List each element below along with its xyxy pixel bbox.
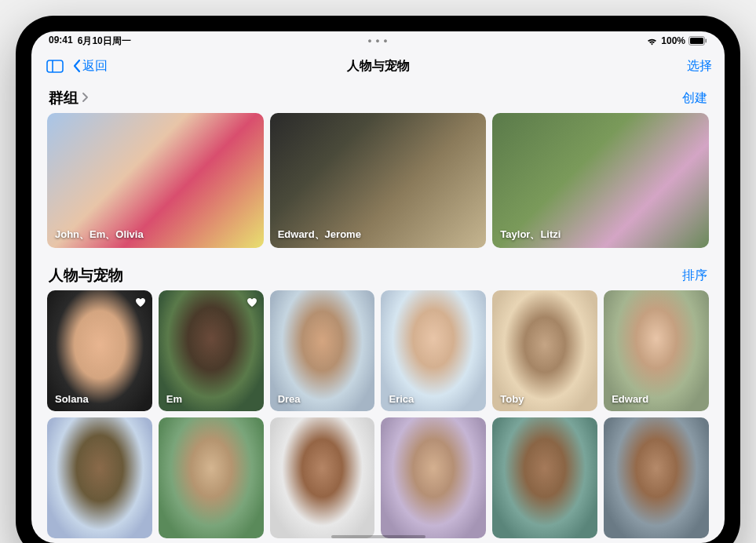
svg-rect-2	[706, 39, 707, 43]
status-left: 09:41 6月10日周一	[49, 35, 131, 48]
person-photo	[492, 417, 597, 538]
status-bar: 09:41 6月10日周一 ● ● ● 100%	[31, 31, 725, 50]
person-tile[interactable]: Solana	[47, 290, 152, 411]
heart-icon	[133, 295, 148, 309]
person-tile[interactable]: Erica	[381, 290, 486, 411]
home-indicator[interactable]	[331, 535, 425, 538]
content-scroll[interactable]: 群组 创建 John、Em、Olivia Edward、Jerome	[31, 82, 725, 543]
heart-icon	[245, 295, 259, 309]
person-photo	[604, 417, 709, 538]
person-label: Erica	[389, 393, 414, 405]
battery-icon	[688, 36, 707, 46]
chevron-right-icon	[82, 92, 88, 104]
sidebar-icon	[46, 60, 64, 73]
back-label: 返回	[82, 58, 108, 75]
group-tile[interactable]: John、Em、Olivia	[47, 113, 264, 248]
person-label: Solana	[55, 393, 89, 405]
battery-percent: 100%	[661, 35, 685, 46]
people-section-header: 人物与宠物 排序	[47, 259, 709, 290]
status-date: 6月10日周一	[78, 35, 131, 48]
groups-grid: John、Em、Olivia Edward、Jerome Taylor、Litz…	[47, 113, 709, 248]
people-grid: Solana Em Drea Erica Toby	[47, 290, 709, 538]
person-tile[interactable]	[492, 417, 597, 538]
sort-button[interactable]: 排序	[682, 268, 707, 284]
person-tile[interactable]: Edward	[604, 290, 709, 411]
person-tile[interactable]	[47, 417, 152, 538]
create-group-button[interactable]: 创建	[682, 90, 707, 107]
back-button[interactable]: 返回	[72, 58, 108, 75]
people-title: 人物与宠物	[49, 265, 123, 286]
groups-title-text: 群组	[49, 88, 79, 108]
groups-section-header: 群组 创建	[47, 82, 709, 113]
person-tile[interactable]	[381, 417, 486, 538]
group-label: Edward、Jerome	[278, 228, 361, 242]
person-label: Toby	[500, 393, 524, 405]
person-photo	[270, 417, 375, 538]
sidebar-toggle-button[interactable]	[44, 56, 66, 75]
person-tile[interactable]: Drea	[270, 290, 375, 411]
nav-bar: 返回 人物与宠物 选择	[31, 50, 725, 82]
person-photo	[47, 417, 152, 538]
person-tile[interactable]	[159, 417, 264, 538]
status-time: 09:41	[49, 35, 73, 48]
wifi-icon	[646, 37, 658, 46]
person-label: Em	[166, 393, 182, 405]
svg-rect-3	[47, 60, 63, 72]
person-photo	[381, 417, 486, 538]
group-label: Taylor、Litzi	[500, 228, 561, 242]
screen: 09:41 6月10日周一 ● ● ● 100%	[31, 31, 725, 543]
person-photo	[159, 417, 264, 538]
chevron-left-icon	[72, 59, 81, 73]
groups-title[interactable]: 群组	[49, 88, 88, 108]
person-tile[interactable]	[604, 417, 709, 538]
person-label: Drea	[278, 393, 301, 405]
multitask-dots-icon[interactable]: ● ● ●	[367, 37, 388, 45]
group-label: John、Em、Olivia	[55, 228, 144, 242]
page-title: 人物与宠物	[347, 58, 410, 75]
person-label: Edward	[612, 393, 648, 405]
ipad-device-frame: 09:41 6月10日周一 ● ● ● 100%	[16, 16, 740, 543]
select-button[interactable]: 选择	[594, 58, 712, 75]
svg-rect-1	[690, 38, 703, 44]
person-tile[interactable]: Toby	[492, 290, 597, 411]
group-tile[interactable]: Taylor、Litzi	[492, 113, 709, 248]
status-right: 100%	[646, 35, 707, 46]
group-tile[interactable]: Edward、Jerome	[270, 113, 487, 248]
person-tile[interactable]: Em	[159, 290, 264, 411]
person-tile[interactable]	[270, 417, 375, 538]
